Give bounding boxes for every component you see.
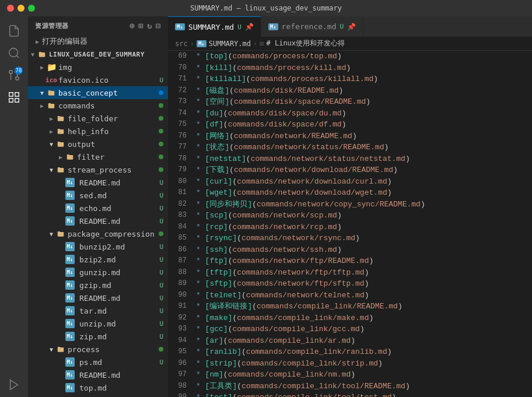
sidebar-item-sys-info[interactable]: ▶ sys_info xyxy=(28,394,168,397)
sidebar-item-zip[interactable]: M↓ zip.md U xyxy=(28,330,168,343)
summary-tab-pin: 📌 xyxy=(245,23,254,31)
svg-rect-7 xyxy=(15,99,19,102)
svg-rect-5 xyxy=(9,93,13,96)
breadcrumb-sep2: › xyxy=(253,40,257,48)
readme3-label: README.md xyxy=(79,294,159,303)
activity-bar: 78 xyxy=(0,16,28,397)
sidebar-header-icons: ⊕ ⊞ ↻ ⊟ xyxy=(130,21,161,30)
breadcrumb-src[interactable]: src xyxy=(175,40,188,48)
sidebar-item-gzip[interactable]: M↓ gzip.md U xyxy=(28,279,168,291)
new-folder-icon[interactable]: ⊞ xyxy=(138,21,144,30)
readme4-label: README.md xyxy=(79,371,168,380)
line-86: * [ssh](commands/network/ssh.md) xyxy=(196,244,527,256)
basic-concept-dot xyxy=(159,90,163,95)
unzip-label: unzip.md xyxy=(79,319,159,328)
sidebar-item-readme4[interactable]: M↓ README.md xyxy=(28,368,168,381)
sidebar-item-favicon[interactable]: ico favicon.ico U xyxy=(28,73,168,86)
line-71: * [killall](commands/process/killall.md) xyxy=(196,73,527,85)
line-95: * [ranlib](commands/compile_link/ranlib.… xyxy=(196,346,527,358)
img-arrow: ▶ xyxy=(37,64,47,71)
gunzip-badge: U xyxy=(159,269,163,276)
svg-point-3 xyxy=(9,71,13,74)
tar-icon: M↓ xyxy=(65,306,75,315)
files-icon[interactable] xyxy=(4,21,24,41)
line-90: * [telnet](commands/network/telnet.md) xyxy=(196,290,527,301)
reference-tab-badge: U xyxy=(340,23,344,30)
file-folder-icon xyxy=(56,114,65,123)
line-69: * [top](commands/process/top.md) xyxy=(196,51,527,62)
sidebar-item-stream-process[interactable]: ▼ stream_process xyxy=(28,163,168,176)
sidebar-item-output[interactable]: ▼ output xyxy=(28,138,168,150)
ps-badge: U xyxy=(159,359,163,366)
traffic-lights xyxy=(7,5,35,12)
stream-process-label: stream_process xyxy=(68,166,159,174)
svg-point-2 xyxy=(16,77,19,80)
bunzip2-label: bunzip2.md xyxy=(79,243,159,251)
sidebar-item-commands[interactable]: ▶ commands xyxy=(28,99,168,112)
pkg-compression-label: package_compression xyxy=(68,230,159,238)
close-button[interactable] xyxy=(7,5,14,12)
process-label: process xyxy=(68,345,159,354)
line-numbers: 69 70 71 72 73 74 75 76 77 78 79 80 81 8… xyxy=(168,51,196,397)
maximize-button[interactable] xyxy=(28,5,35,12)
basic-concept-icon xyxy=(47,88,56,97)
minimize-button[interactable] xyxy=(18,5,24,12)
new-file-icon[interactable]: ⊕ xyxy=(130,21,135,30)
tab-summary[interactable]: M↓ SUMMARY.md U 📌 xyxy=(168,16,261,37)
breadcrumb-file[interactable]: SUMMARY.md xyxy=(209,40,251,48)
bzip2-badge: U xyxy=(159,256,163,264)
search-icon[interactable] xyxy=(4,43,24,63)
explorer-icon[interactable] xyxy=(4,87,24,107)
open-editors-section[interactable]: ▶ 打开的编辑器 xyxy=(28,35,168,48)
zip-icon: M↓ xyxy=(65,332,75,341)
line-89: * [sftp](commands/network/ftp/sftp.md) xyxy=(196,278,527,290)
sidebar-item-echo[interactable]: M↓ echo.md U xyxy=(28,202,168,215)
sidebar-item-img[interactable]: ▶ 📁 img xyxy=(28,61,168,73)
summary-tab-badge: U xyxy=(237,23,242,31)
output-label: output xyxy=(68,140,159,149)
sidebar-item-process[interactable]: ▼ process xyxy=(28,343,168,356)
stream-process-arrow: ▼ xyxy=(47,167,56,173)
filter-label: filter xyxy=(77,153,159,161)
sidebar-item-tar[interactable]: M↓ tar.md U xyxy=(28,304,168,317)
help-info-dot xyxy=(159,129,163,133)
root-folder[interactable]: ▼ LINUX_USAGE_DEV_SUMMARY xyxy=(28,48,168,61)
refresh-icon[interactable]: ↻ xyxy=(147,21,152,30)
breadcrumb-sep1: › xyxy=(190,40,194,48)
sidebar-item-filter[interactable]: ▶ filter xyxy=(28,150,168,163)
readme-sp-label: README.md xyxy=(79,178,159,187)
readme3-icon: M↓ xyxy=(65,293,75,303)
sidebar-item-readme2[interactable]: M↓ README.md U xyxy=(28,215,168,227)
sidebar-item-bzip2[interactable]: M↓ bzip2.md U xyxy=(28,253,168,266)
tab-reference[interactable]: M↓ reference.md U 📌 xyxy=(261,16,363,37)
summary-tab-icon: M↓ xyxy=(175,23,185,30)
code-editor[interactable]: 69 70 71 72 73 74 75 76 77 78 79 80 81 8… xyxy=(168,51,532,397)
sidebar-item-file-folder[interactable]: ▶ file_folder xyxy=(28,112,168,125)
sidebar-item-ps[interactable]: M↓ ps.md U xyxy=(28,356,168,368)
sidebar-item-pkg-compression[interactable]: ▼ package_compression xyxy=(28,227,168,240)
titlebar: SUMMARY.md — linux_usage_dev_summary xyxy=(0,0,532,16)
tab-bar: M↓ SUMMARY.md U 📌 M↓ reference.md U 📌 xyxy=(168,16,532,37)
sidebar-item-unzip[interactable]: M↓ unzip.md U xyxy=(28,317,168,330)
sed-badge: U xyxy=(159,192,163,199)
gunzip-icon: M↓ xyxy=(65,268,75,277)
basic-concept-arrow: ▼ xyxy=(37,90,47,96)
commands-arrow: ▶ xyxy=(37,103,47,109)
root-arrow: ▼ xyxy=(28,51,37,58)
run-icon[interactable] xyxy=(4,375,24,395)
sidebar-item-basic-concept[interactable]: ▼ basic_concept xyxy=(28,86,168,99)
sidebar-item-bunzip2[interactable]: M↓ bunzip2.md U xyxy=(28,240,168,253)
breadcrumb-heading[interactable]: # Linux使用和开发心得 xyxy=(266,38,345,48)
sidebar-item-help-info[interactable]: ▶ help_info xyxy=(28,125,168,138)
collapse-icon[interactable]: ⊟ xyxy=(156,21,161,30)
source-control-icon[interactable]: 78 xyxy=(4,65,24,85)
line-96: * [strip](commands/compile_link/strip.md… xyxy=(196,358,527,370)
sidebar-item-gunzip[interactable]: M↓ gunzip.md U xyxy=(28,266,168,279)
sidebar-item-sed[interactable]: M↓ sed.md U xyxy=(28,189,168,202)
source-control-badge: 78 xyxy=(15,66,23,75)
sidebar-item-top[interactable]: M↓ top.md xyxy=(28,381,168,394)
breadcrumb: src › M↓ SUMMARY.md › ⊞ # Linux使用和开发心得 xyxy=(168,37,532,51)
filter-arrow: ▶ xyxy=(56,154,65,160)
sidebar-item-readme3[interactable]: M↓ README.md U xyxy=(28,291,168,304)
sidebar-item-readme-sp[interactable]: M↓ README.md U xyxy=(28,176,168,189)
